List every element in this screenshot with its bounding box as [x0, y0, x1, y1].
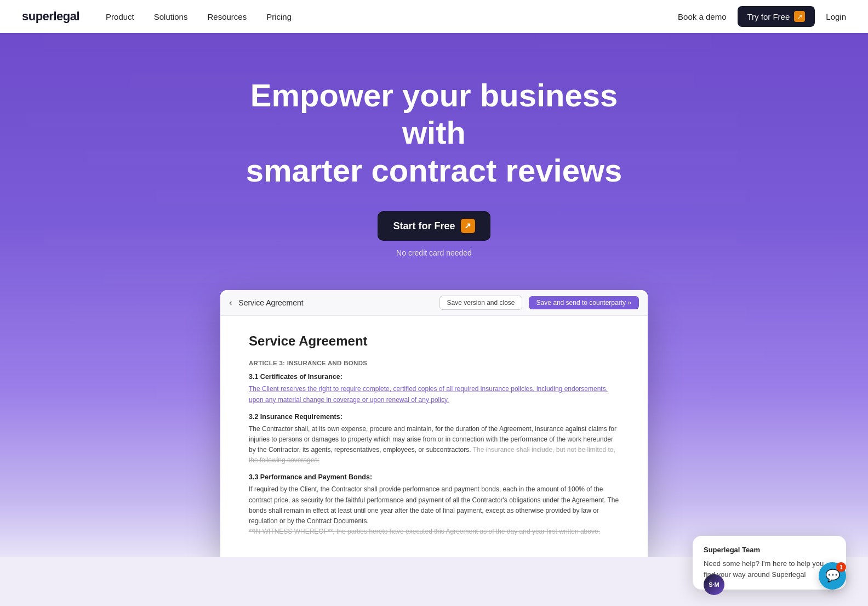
hero-title-line1: Empower your business with: [250, 77, 618, 150]
chat-team-name: Superlegal Team: [704, 546, 835, 554]
doc-body: Service Agreement ARTICLE 3: INSURANCE A…: [220, 316, 648, 557]
chat-avatar: S·M: [704, 574, 724, 595]
hero-content: Empower your business with smarter contr…: [193, 33, 675, 290]
try-free-button[interactable]: Try for Free ↗: [738, 6, 815, 27]
book-demo-button[interactable]: Book a demo: [678, 12, 726, 21]
hero-title-line2: smarter contract reviews: [246, 152, 623, 188]
document-preview: ‹ Service Agreement Save version and clo…: [220, 290, 648, 557]
nav-pricing[interactable]: Pricing: [266, 12, 292, 21]
nav-product[interactable]: Product: [106, 12, 134, 21]
doc-section-3-1-title: 3.1 Certificates of Insurance:: [249, 373, 619, 381]
nav-right: Book a demo Try for Free ↗ Login: [678, 6, 846, 27]
doc-section-3-2-title: 3.2 Insurance Requirements:: [249, 413, 619, 421]
chat-badge: 1: [836, 562, 846, 572]
doc-section-3-3-title: 3.3 Performance and Payment Bonds:: [249, 473, 619, 481]
start-for-free-button[interactable]: Start for Free ↗: [378, 211, 490, 241]
login-button[interactable]: Login: [826, 12, 846, 21]
hero-title: Empower your business with smarter contr…: [215, 77, 653, 189]
doc-back-button[interactable]: ‹: [229, 298, 232, 308]
try-free-arrow-icon: ↗: [794, 11, 805, 22]
cta-label: Start for Free: [393, 220, 455, 232]
doc-save-send-button[interactable]: Save and send to counterparty »: [529, 296, 639, 309]
brand-logo: superlegal: [22, 9, 79, 24]
doc-main-title: Service Agreement: [249, 333, 619, 349]
nav-links: Product Solutions Resources Pricing: [106, 12, 678, 21]
doc-article-header: ARTICLE 3: INSURANCE AND BONDS: [249, 360, 619, 366]
navbar: superlegal Product Solutions Resources P…: [0, 0, 868, 33]
doc-title: Service Agreement: [238, 298, 433, 307]
hero-section: Empower your business with smarter contr…: [0, 0, 868, 557]
doc-3-3-strikethrough: **IN WITNESS WHEREOF**, the parties here…: [249, 528, 600, 535]
chat-message: Need some help? I'm here to help you fin…: [704, 558, 835, 580]
doc-topbar: ‹ Service Agreement Save version and clo…: [220, 290, 648, 316]
doc-save-close-button[interactable]: Save version and close: [439, 296, 522, 310]
nav-solutions[interactable]: Solutions: [154, 12, 188, 21]
doc-section-3-3-text: If required by the Client, the Contracto…: [249, 484, 619, 537]
chat-open-button[interactable]: 💬 1: [819, 562, 846, 590]
nav-resources[interactable]: Resources: [207, 12, 247, 21]
cta-arrow-icon: ↗: [461, 219, 475, 233]
doc-section-3-2-text: The Contractor shall, at its own expense…: [249, 424, 619, 466]
try-free-label: Try for Free: [747, 12, 790, 21]
doc-section-3-1-link: The Client reserves the right to require…: [249, 384, 619, 405]
doc-save-send-label: Save and send to counterparty »: [536, 299, 631, 307]
hero-no-credit-card: No credit card needed: [396, 248, 472, 257]
doc-3-3-body: If required by the Client, the Contracto…: [249, 485, 619, 525]
